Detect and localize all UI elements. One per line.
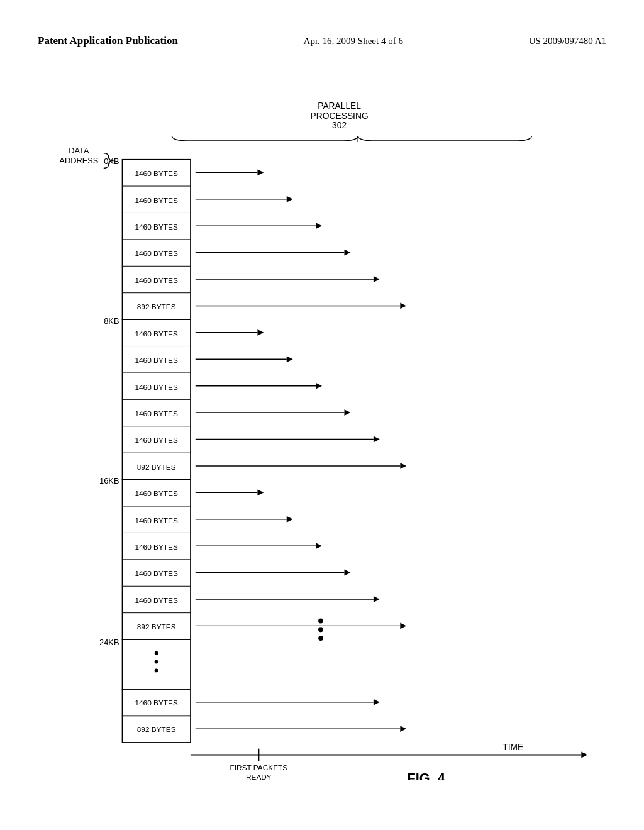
arrow-head	[374, 699, 380, 706]
date-sheet-label: Apr. 16, 2009 Sheet 4 of 6	[304, 36, 403, 47]
arrow-head	[316, 383, 322, 389]
row-label: 1460 BYTES	[135, 569, 177, 578]
arrow-head	[345, 570, 351, 576]
row-label: 1460 BYTES	[135, 516, 177, 525]
24kb-label: 24KB	[99, 638, 119, 647]
header: Patent Application Publication Apr. 16, …	[0, 35, 644, 47]
brace-left	[172, 136, 358, 141]
arrow-head	[257, 329, 264, 336]
fig-label: FIG. 4	[408, 770, 445, 780]
302-label: 302	[332, 121, 347, 130]
row-label: 1460 BYTES	[135, 169, 177, 178]
diagram-svg: PARALLEL PROCESSING 302 DATA ADDRESS 0KB	[38, 97, 606, 780]
mid-dot1	[318, 619, 323, 624]
arrow-head	[374, 596, 380, 602]
data-label: DATA	[69, 146, 89, 155]
row-label: 1460 BYTES	[135, 196, 177, 205]
row-label: 1460 BYTES	[135, 596, 177, 605]
mid-dot3	[318, 636, 323, 641]
row-label: 1460 BYTES	[135, 436, 177, 445]
arrow-head	[374, 436, 380, 443]
row-label: 892 BYTES	[137, 302, 176, 311]
arrow-head	[257, 489, 264, 495]
row-label: 1460 BYTES	[135, 223, 177, 231]
row-label: 1460 BYTES	[135, 543, 177, 551]
parallel-label: PARALLEL	[318, 101, 361, 111]
16kb-label: 16KB	[99, 477, 119, 486]
row-label: 1460 BYTES	[135, 250, 177, 258]
diagram-area: PARALLEL PROCESSING 302 DATA ADDRESS 0KB	[38, 97, 606, 780]
mid-dot2	[318, 627, 323, 632]
row-label: 892 BYTES	[137, 463, 176, 472]
arrow-head	[400, 302, 406, 309]
row-label: 1460 BYTES	[135, 329, 177, 338]
arrow-head	[287, 516, 293, 523]
arrow-head	[287, 196, 293, 202]
dots-box	[122, 639, 191, 689]
arrow-head	[374, 276, 380, 282]
row-label: 1460 BYTES	[135, 383, 177, 392]
dot2	[155, 660, 158, 664]
brace-right	[358, 136, 531, 141]
row-label: 892 BYTES	[137, 622, 176, 631]
arrow-head	[345, 250, 351, 256]
time-arrow	[581, 752, 587, 758]
row-label: 1460 BYTES	[135, 409, 177, 418]
dot1	[155, 651, 158, 655]
row-label: 1460 BYTES	[135, 276, 177, 285]
patent-number-label: US 2009/097480 A1	[529, 36, 606, 47]
arrow-head	[316, 543, 322, 549]
address-label: ADDRESS	[59, 156, 98, 165]
arrow-head	[287, 356, 293, 362]
processing-label: PROCESSING	[311, 111, 369, 121]
row-label: 1460 BYTES	[135, 699, 177, 707]
arrow-head	[316, 223, 322, 229]
page: Patent Application Publication Apr. 16, …	[0, 0, 644, 830]
8kb-label: 8KB	[104, 316, 119, 326]
arrow-head	[345, 409, 351, 416]
arrow-head	[400, 726, 406, 732]
row-label: 892 BYTES	[137, 725, 176, 734]
row-label: 1460 BYTES	[135, 356, 177, 365]
dot3	[155, 668, 158, 672]
arrow-head	[257, 169, 264, 175]
arrow-head	[400, 463, 406, 469]
0kb-label: 0KB	[104, 157, 119, 166]
row-label: 1460 BYTES	[135, 489, 177, 498]
time-label: TIME	[502, 743, 523, 752]
first-packets-label2: READY	[246, 773, 272, 780]
publication-label: Patent Application Publication	[38, 35, 178, 47]
first-packets-label1: FIRST PACKETS	[230, 763, 288, 772]
arrow-head	[400, 622, 406, 629]
